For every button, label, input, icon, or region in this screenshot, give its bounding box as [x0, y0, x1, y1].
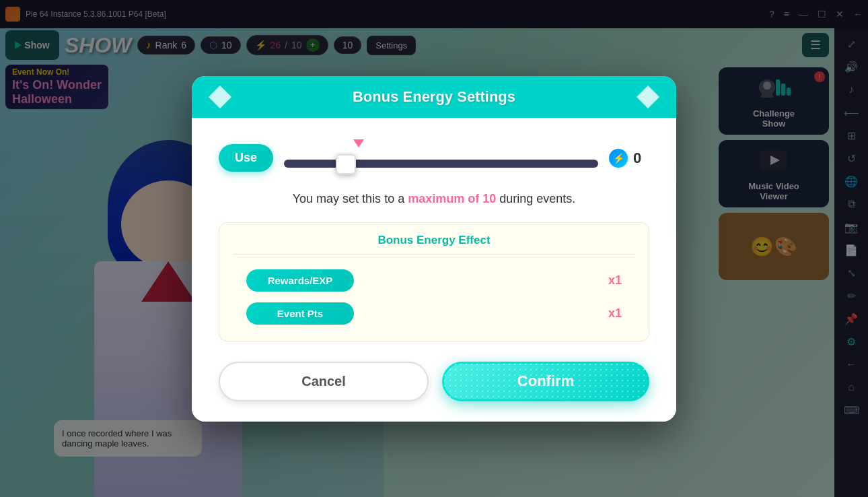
header-diamond-right: [637, 86, 659, 108]
modal-body: Use ⚡ 0 You may set this to a maximum of…: [192, 118, 676, 422]
bonus-energy-modal: Bonus Energy Settings Use ⚡ 0: [192, 76, 676, 422]
rewards-exp-value: x1: [608, 273, 622, 288]
energy-bottle-icon: ⚡: [609, 149, 628, 168]
slider-indicator: [353, 139, 364, 147]
bonus-energy-effect-box: Bonus Energy Effect Rewards/EXP x1 Event…: [219, 222, 649, 341]
event-pts-row: Event Pts x1: [233, 297, 635, 330]
event-pts-button[interactable]: Event Pts: [246, 302, 354, 325]
cancel-button[interactable]: Cancel: [219, 362, 429, 401]
confirm-button[interactable]: Confirm: [442, 362, 649, 401]
slider-container[interactable]: [284, 138, 598, 178]
modal-title: Bonus Energy Settings: [353, 88, 515, 106]
event-pts-value: x1: [608, 306, 622, 321]
effect-title: Bonus Energy Effect: [233, 234, 635, 255]
button-row: Cancel Confirm: [219, 362, 649, 401]
slider-thumb[interactable]: [336, 154, 356, 174]
slider-section: Use ⚡ 0: [219, 138, 649, 178]
slider-value: 0: [633, 150, 641, 167]
modal-overlay: Bonus Energy Settings Use ⚡ 0: [0, 0, 868, 497]
confirm-label: Confirm: [517, 372, 574, 389]
energy-count-display: ⚡ 0: [609, 149, 649, 168]
rewards-exp-button[interactable]: Rewards/EXP: [246, 269, 354, 292]
rewards-exp-row: Rewards/EXP x1: [233, 264, 635, 297]
info-text: You may set this to a maximum of 10 duri…: [219, 192, 649, 206]
header-diamond-left: [209, 86, 231, 108]
slider-track[interactable]: [284, 160, 598, 168]
modal-header: Bonus Energy Settings: [192, 76, 676, 118]
use-button[interactable]: Use: [219, 144, 273, 172]
